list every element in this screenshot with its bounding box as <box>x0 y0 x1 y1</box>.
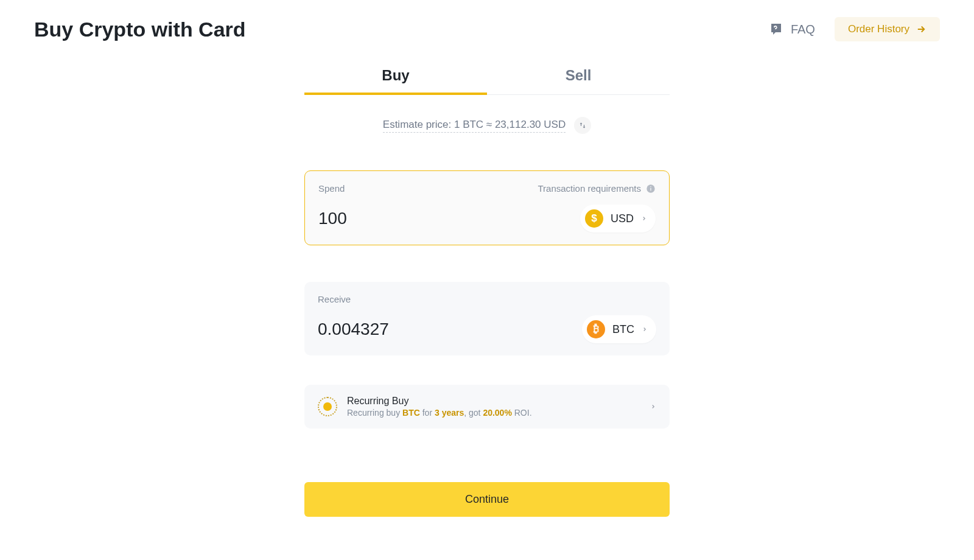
usd-icon: $ <box>585 209 603 228</box>
estimate-price: Estimate price: 1 BTC ≈ 23,112.30 USD <box>383 119 566 133</box>
recurring-icon <box>318 397 337 416</box>
svg-rect-2 <box>650 186 651 187</box>
chevron-right-icon <box>642 326 648 332</box>
receive-currency-selector[interactable]: ₿ BTC <box>582 315 656 343</box>
spend-card: Spend Transaction requirements $ USD <box>304 170 670 245</box>
spend-currency-symbol: USD <box>611 212 634 225</box>
chevron-right-icon <box>641 215 647 222</box>
receive-card: Receive ₿ BTC <box>304 282 670 355</box>
swap-icon <box>579 122 586 129</box>
spend-label: Spend <box>318 183 345 194</box>
spend-currency-selector[interactable]: $ USD <box>580 205 656 233</box>
faq-link[interactable]: FAQ <box>769 22 815 37</box>
receive-label: Receive <box>318 294 351 304</box>
order-history-label: Order History <box>848 23 909 35</box>
spend-input[interactable] <box>318 209 520 228</box>
tab-sell[interactable]: Sell <box>487 60 670 95</box>
faq-label: FAQ <box>791 23 815 37</box>
transaction-requirements[interactable]: Transaction requirements <box>538 183 656 194</box>
recurring-buy-row[interactable]: Recurring Buy Recurring buy BTC for 3 ye… <box>304 385 670 429</box>
svg-rect-1 <box>650 187 651 191</box>
swap-button[interactable] <box>574 117 591 134</box>
faq-icon <box>769 22 783 37</box>
info-icon <box>646 184 656 194</box>
recurring-title: Recurring Buy <box>347 396 532 407</box>
btc-icon: ₿ <box>587 320 605 338</box>
tx-req-label: Transaction requirements <box>538 183 641 194</box>
recurring-subtitle: Recurring buy BTC for 3 years, got 20.00… <box>347 408 532 418</box>
order-history-button[interactable]: Order History <box>835 17 940 41</box>
chevron-right-icon <box>650 404 656 410</box>
continue-button[interactable]: Continue <box>304 482 670 517</box>
receive-input[interactable] <box>318 320 521 339</box>
page-title: Buy Crypto with Card <box>34 18 246 41</box>
buy-sell-tabs: Buy Sell <box>304 60 670 95</box>
arrow-right-icon <box>916 24 927 35</box>
receive-currency-symbol: BTC <box>612 323 634 336</box>
tab-buy[interactable]: Buy <box>304 60 487 95</box>
